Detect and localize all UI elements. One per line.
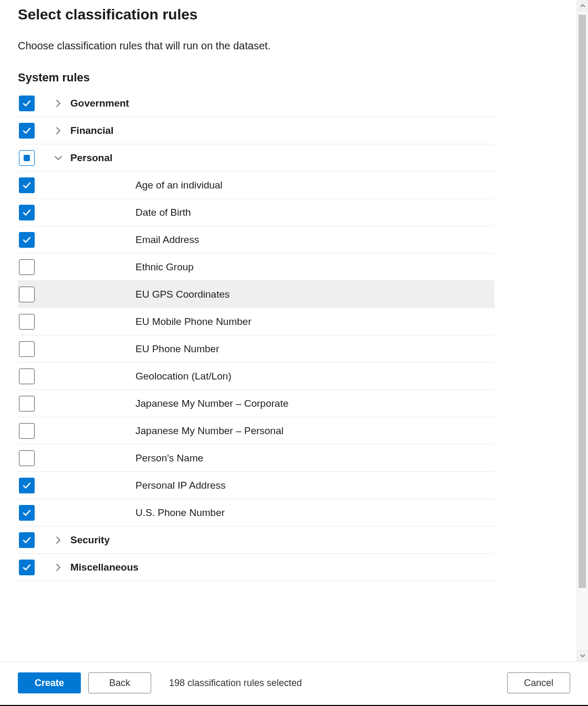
rule-checkbox-eu-phone[interactable] xyxy=(19,341,35,357)
chevron-right-icon[interactable] xyxy=(54,127,62,135)
rule-checkbox-eu-gps[interactable] xyxy=(19,287,35,302)
rule-label: EU Phone Number xyxy=(70,343,495,355)
rule-checkbox-geo[interactable] xyxy=(19,368,35,384)
scroll-up-button[interactable] xyxy=(577,0,589,12)
rule-checkbox-ethnic[interactable] xyxy=(19,259,35,275)
group-label: Security xyxy=(70,534,495,546)
scrollbar-thumb[interactable] xyxy=(579,15,586,588)
rule-label: Japanese My Number – Personal xyxy=(70,425,495,437)
group-checkbox-financial[interactable] xyxy=(19,123,35,139)
rule-row-eu-phone[interactable]: EU Phone Number xyxy=(18,335,495,363)
page-title: Select classification rules xyxy=(18,6,496,23)
rule-checkbox-jp-corp[interactable] xyxy=(19,396,35,412)
rule-label: Geolocation (Lat/Lon) xyxy=(70,371,495,382)
section-title-system-rules: System rules xyxy=(18,71,496,85)
group-checkbox-security[interactable] xyxy=(19,532,35,548)
rule-row-ip[interactable]: Personal IP Address xyxy=(18,472,495,499)
footer-bar: Create Back 198 classification rules sel… xyxy=(0,661,588,705)
page-subtitle: Choose classification rules that will ru… xyxy=(18,40,496,52)
rule-label: U.S. Phone Number xyxy=(70,507,495,519)
rule-row-jp-corp[interactable]: Japanese My Number – Corporate xyxy=(18,390,495,417)
rule-checkbox-us-phone[interactable] xyxy=(19,505,35,521)
rule-label: EU Mobile Phone Number xyxy=(70,316,495,328)
rule-label: EU GPS Coordinates xyxy=(70,289,495,300)
rule-row-jp-pers[interactable]: Japanese My Number – Personal xyxy=(18,417,495,445)
group-checkbox-miscellaneous[interactable] xyxy=(19,560,35,575)
rule-checkbox-person-name[interactable] xyxy=(19,450,35,466)
rule-checkbox-age[interactable] xyxy=(19,177,35,193)
rule-checkbox-email[interactable] xyxy=(19,232,35,248)
group-row-government[interactable]: Government xyxy=(18,90,495,117)
chevron-down-icon[interactable] xyxy=(54,154,62,162)
rule-row-person-name[interactable]: Person's Name xyxy=(18,445,495,472)
chevron-right-icon[interactable] xyxy=(54,563,62,572)
group-row-miscellaneous[interactable]: Miscellaneous xyxy=(18,554,495,581)
back-button[interactable]: Back xyxy=(88,672,151,693)
rule-row-eu-mobile[interactable]: EU Mobile Phone Number xyxy=(18,308,495,335)
group-label: Miscellaneous xyxy=(70,562,495,573)
content: Select classification rules Choose class… xyxy=(0,6,514,581)
cancel-button[interactable]: Cancel xyxy=(507,672,570,693)
scroll-area: Select classification rules Choose class… xyxy=(0,0,588,661)
vertical-scrollbar[interactable] xyxy=(576,0,588,661)
selection-status: 198 classification rules selected xyxy=(169,678,302,689)
rule-label: Email Address xyxy=(70,234,495,246)
group-label: Personal xyxy=(70,152,495,164)
group-label: Government xyxy=(70,98,495,109)
page-root: Select classification rules Choose class… xyxy=(0,0,588,706)
chevron-right-icon[interactable] xyxy=(54,99,62,108)
group-checkbox-government[interactable] xyxy=(19,96,35,111)
group-checkbox-personal[interactable] xyxy=(19,150,35,166)
rule-checkbox-eu-mobile[interactable] xyxy=(19,314,35,330)
rule-row-eu-gps[interactable]: EU GPS Coordinates xyxy=(18,281,495,308)
rule-label: Ethnic Group xyxy=(70,261,495,273)
rule-label: Japanese My Number – Corporate xyxy=(70,398,495,409)
rule-label: Person's Name xyxy=(70,452,495,464)
group-label: Financial xyxy=(70,125,495,136)
rule-checkbox-dob[interactable] xyxy=(19,205,35,220)
rule-row-geo[interactable]: Geolocation (Lat/Lon) xyxy=(18,363,495,390)
rule-row-dob[interactable]: Date of Birth xyxy=(18,199,495,226)
rule-row-ethnic[interactable]: Ethnic Group xyxy=(18,254,495,281)
chevron-right-icon[interactable] xyxy=(54,536,62,544)
rules-list: GovernmentFinancialPersonalAge of an ind… xyxy=(18,90,495,581)
create-button[interactable]: Create xyxy=(18,672,81,693)
rule-label: Personal IP Address xyxy=(70,480,495,491)
rule-row-email[interactable]: Email Address xyxy=(18,226,495,254)
group-row-financial[interactable]: Financial xyxy=(18,117,495,144)
rule-checkbox-jp-pers[interactable] xyxy=(19,423,35,439)
scroll-down-button[interactable] xyxy=(577,650,589,661)
rule-label: Date of Birth xyxy=(70,207,495,218)
rule-row-age[interactable]: Age of an individual xyxy=(18,172,495,199)
group-row-security[interactable]: Security xyxy=(18,526,495,554)
rule-label: Age of an individual xyxy=(70,180,495,191)
group-row-personal[interactable]: Personal xyxy=(18,144,495,172)
rule-row-us-phone[interactable]: U.S. Phone Number xyxy=(18,499,495,526)
rule-checkbox-ip[interactable] xyxy=(19,478,35,493)
